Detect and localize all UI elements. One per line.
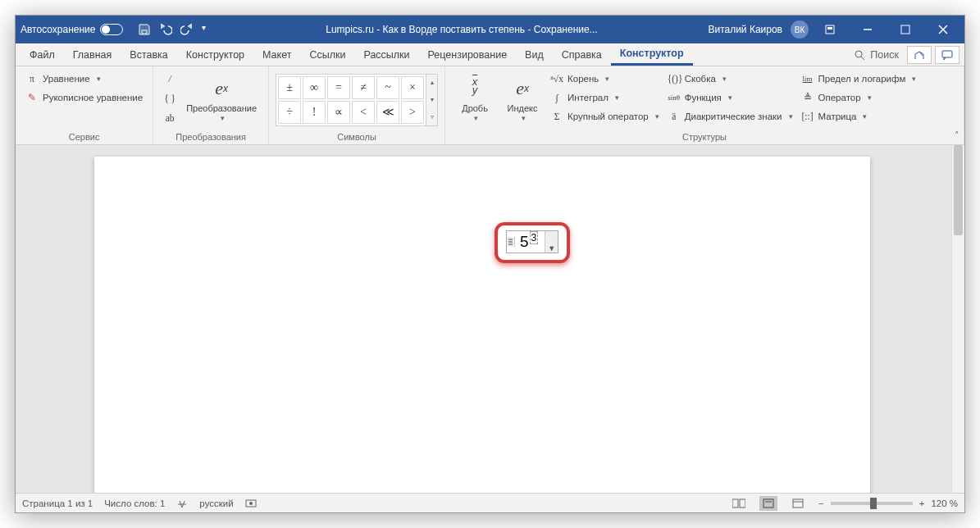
accent-icon: ä xyxy=(668,112,681,121)
equation-exponent[interactable]: 3 xyxy=(530,231,539,244)
equation-object[interactable]: 5 3 ▼ xyxy=(506,230,558,253)
latex-icon: { } xyxy=(163,93,176,103)
equation-handle[interactable] xyxy=(507,237,515,247)
save-icon[interactable] xyxy=(138,23,151,36)
page[interactable]: 5 3 ▼ xyxy=(94,157,870,493)
large-operator-button[interactable]: ΣКрупный оператор xyxy=(547,107,663,125)
ribbon-options-icon[interactable] xyxy=(814,16,846,43)
zoom-in-button[interactable]: + xyxy=(919,498,925,508)
operator-button[interactable]: ≜Оператор xyxy=(798,88,920,107)
svg-point-11 xyxy=(249,502,253,505)
collapse-ribbon-icon[interactable]: ˄ xyxy=(955,130,959,141)
symbol-gallery-more[interactable]: ▴▾▿ xyxy=(426,74,438,126)
radical-button[interactable]: ⁿ√xКорень xyxy=(547,69,663,88)
tab-review[interactable]: Рецензирование xyxy=(419,43,517,66)
vertical-scrollbar[interactable] xyxy=(951,145,964,493)
share-button[interactable] xyxy=(907,46,932,64)
convert-button[interactable]: ex Преобразование xyxy=(181,69,262,128)
equation-highlight: 5 3 ▼ xyxy=(495,222,570,263)
tab-layout[interactable]: Макет xyxy=(253,43,300,66)
function-button[interactable]: sinθФункция xyxy=(664,88,796,107)
search-box[interactable]: Поиск xyxy=(854,43,907,66)
tab-insert[interactable]: Вставка xyxy=(121,43,176,66)
matrix-label: Матрица xyxy=(818,112,857,121)
sym-times[interactable]: × xyxy=(401,76,424,99)
ink-equation-button[interactable]: ✎Рукописное уравнение xyxy=(22,88,146,107)
limit-button[interactable]: limПредел и логарифм xyxy=(798,69,920,88)
zoom-thumb[interactable] xyxy=(870,498,877,509)
sym-tilde[interactable]: ~ xyxy=(376,76,399,99)
tab-equation-design[interactable]: Конструктор xyxy=(611,43,693,66)
maximize-button[interactable] xyxy=(889,16,922,43)
sym-ll[interactable]: ≪ xyxy=(376,101,399,124)
search-label: Поиск xyxy=(870,49,899,61)
zoom-value[interactable]: 120 % xyxy=(931,498,958,508)
tab-file[interactable]: Файл xyxy=(21,43,64,66)
document-area: 5 3 ▼ xyxy=(16,145,964,493)
undo-icon[interactable] xyxy=(159,23,172,36)
symbol-grid[interactable]: ± ∞ = ≠ ~ × ÷ ! ∝ < ≪ > xyxy=(276,74,426,126)
zoom-slider[interactable] xyxy=(831,502,913,505)
sym-plusminus[interactable]: ± xyxy=(278,76,301,99)
sym-equals[interactable]: = xyxy=(327,76,350,99)
svg-rect-9 xyxy=(942,51,952,57)
status-words[interactable]: Число слов: 1 xyxy=(104,498,165,508)
latex-button[interactable]: { } xyxy=(160,89,180,107)
accent-button[interactable]: äДиакритические знаки xyxy=(664,107,796,125)
sym-gt[interactable]: > xyxy=(401,101,424,124)
equation-options-dropdown[interactable]: ▼ xyxy=(545,231,558,253)
matrix-button[interactable]: [::]Матрица xyxy=(798,107,920,125)
svg-rect-4 xyxy=(901,25,909,34)
bracket-button[interactable]: {()}Скобка xyxy=(664,69,796,88)
accent-label: Диакритические знаки xyxy=(685,112,782,121)
script-button[interactable]: exИндекс xyxy=(499,69,545,128)
equation-button[interactable]: πУравнение xyxy=(22,69,146,88)
sym-div[interactable]: ÷ xyxy=(278,101,301,124)
zoom-control[interactable]: − + 120 % xyxy=(818,498,958,508)
avatar[interactable]: ВК xyxy=(791,20,809,39)
read-mode-button[interactable] xyxy=(730,496,748,511)
status-language[interactable]: русский xyxy=(199,498,233,508)
sym-neq[interactable]: ≠ xyxy=(352,76,375,99)
tab-help[interactable]: Справка xyxy=(553,43,611,66)
tab-home[interactable]: Главная xyxy=(64,43,121,66)
sym-lt[interactable]: < xyxy=(352,101,375,124)
ink-icon: ✎ xyxy=(25,92,39,103)
macro-icon[interactable] xyxy=(245,498,257,509)
operator-icon: ≜ xyxy=(801,92,814,103)
equation-content[interactable]: 5 3 xyxy=(515,231,545,253)
toggle-switch[interactable] xyxy=(100,24,123,35)
redo-icon[interactable] xyxy=(180,23,194,36)
scrollbar-thumb[interactable] xyxy=(954,145,963,235)
svg-rect-13 xyxy=(740,499,745,508)
zoom-out-button[interactable]: − xyxy=(818,498,824,508)
svg-point-7 xyxy=(855,51,862,57)
user-name: Виталий Каиров xyxy=(708,24,782,35)
web-layout-button[interactable] xyxy=(789,496,807,511)
qat-more-icon[interactable]: ▾ xyxy=(202,23,215,36)
fraction-label: Дробь xyxy=(462,103,488,114)
unicode-button[interactable]: / xyxy=(160,69,180,88)
spellcheck-icon[interactable] xyxy=(176,498,188,509)
sym-prop[interactable]: ∝ xyxy=(327,101,350,124)
close-button[interactable] xyxy=(927,16,959,43)
minimize-button[interactable] xyxy=(851,16,884,43)
sigma-icon: Σ xyxy=(550,112,563,121)
tab-mailings[interactable]: Рассылки xyxy=(354,43,418,66)
operator-label: Оператор xyxy=(818,93,861,102)
sym-infinity[interactable]: ∞ xyxy=(303,76,326,99)
script-icon: ex xyxy=(516,74,529,103)
text-button[interactable]: ab xyxy=(160,108,180,127)
autosave-toggle[interactable]: Автосохранение xyxy=(21,24,123,35)
sym-fact[interactable]: ! xyxy=(303,101,326,124)
tab-designer[interactable]: Конструктор xyxy=(177,43,253,66)
tab-view[interactable]: Вид xyxy=(516,43,553,66)
print-layout-button[interactable] xyxy=(759,496,777,511)
fraction-button[interactable]: xyДробь xyxy=(452,69,498,128)
status-page[interactable]: Страница 1 из 1 xyxy=(22,498,93,508)
comments-button[interactable] xyxy=(935,46,959,64)
integral-button[interactable]: ∫Интеграл xyxy=(547,88,663,107)
text-icon: ab xyxy=(163,113,176,123)
script-label: Индекс xyxy=(508,103,538,114)
tab-references[interactable]: Ссылки xyxy=(300,43,354,66)
